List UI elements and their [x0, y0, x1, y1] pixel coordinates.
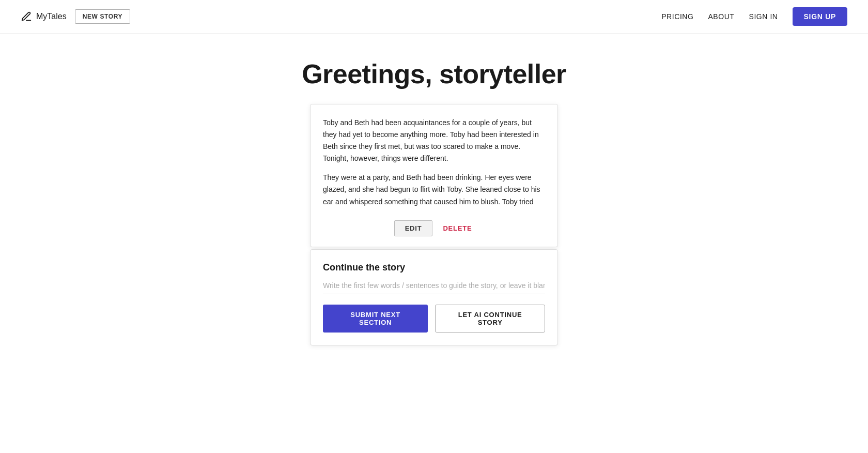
submit-next-section-button[interactable]: SUBMIT NEXT SECTION	[323, 305, 428, 333]
delete-button[interactable]: DELETE	[441, 221, 474, 236]
continue-card: Continue the story SUBMIT NEXT SECTION L…	[310, 249, 558, 345]
story-text: Toby and Beth had been acquaintances for…	[323, 117, 545, 208]
pen-icon	[21, 11, 32, 22]
new-story-button[interactable]: NEW STORY	[75, 9, 130, 24]
nav-signin[interactable]: SIGN IN	[749, 12, 778, 21]
nav-pricing[interactable]: PRICING	[661, 12, 693, 21]
ai-continue-button[interactable]: LET AI CONTINUE STORY	[435, 305, 545, 333]
logo[interactable]: MyTales	[21, 11, 67, 22]
story-actions: EDIT DELETE	[323, 220, 545, 236]
logo-text: MyTales	[36, 12, 67, 21]
continue-input[interactable]	[323, 279, 545, 294]
continue-actions: SUBMIT NEXT SECTION LET AI CONTINUE STOR…	[323, 305, 545, 333]
story-paragraph-2: They were at a party, and Beth had been …	[323, 172, 545, 207]
continue-title: Continue the story	[323, 262, 545, 273]
signup-button[interactable]: SIGN UP	[793, 7, 847, 26]
nav-about[interactable]: ABOUT	[708, 12, 734, 21]
edit-button[interactable]: EDIT	[394, 220, 433, 236]
page-title: Greetings, storyteller	[302, 58, 566, 89]
story-paragraph-1: Toby and Beth had been acquaintances for…	[323, 117, 545, 164]
story-card: Toby and Beth had been acquaintances for…	[310, 104, 558, 247]
